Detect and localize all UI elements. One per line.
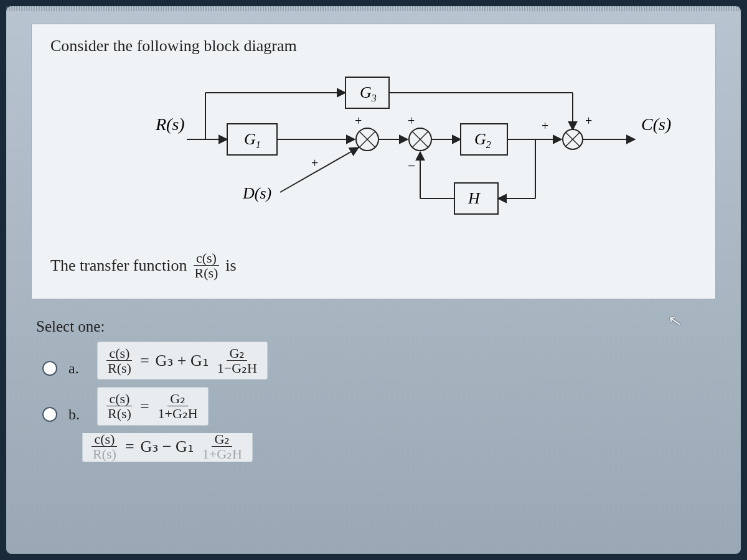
block-h-label: H bbox=[467, 189, 481, 207]
option-c-row: c(s) R(s) = G₃ − G₁ G₂ 1+G₂H bbox=[42, 433, 716, 462]
tf-fraction: c(s) R(s) bbox=[192, 251, 220, 280]
radio-option-b[interactable] bbox=[42, 407, 57, 422]
svg-text:+: + bbox=[408, 114, 415, 128]
transfer-function-question: The transfer function c(s) R(s) is bbox=[50, 251, 697, 280]
select-one-label: Select one: bbox=[36, 318, 716, 335]
tf-text-post: is bbox=[225, 256, 236, 275]
option-b-row: b. c(s) R(s) = G₂ 1+G₂H bbox=[42, 387, 716, 425]
option-a-letter: a. bbox=[68, 360, 86, 377]
option-b-formula: c(s) R(s) = G₂ 1+G₂H bbox=[97, 387, 209, 425]
screen-photo-frame: Consider the following block diagram R(s… bbox=[6, 6, 741, 554]
question-prompt: Consider the following block diagram bbox=[50, 37, 697, 55]
option-c-formula: c(s) R(s) = G₃ − G₁ G₂ 1+G₂H bbox=[82, 433, 253, 462]
disturbance-label: D(s) bbox=[242, 184, 271, 202]
svg-text:+: + bbox=[542, 119, 548, 133]
block-diagram: R(s) G1 G3 + + D(s) bbox=[50, 68, 697, 236]
svg-line-8 bbox=[280, 147, 359, 192]
option-b-letter: b. bbox=[68, 406, 86, 423]
sum1-bottom-sign: + bbox=[311, 156, 318, 170]
sum1-top-sign: + bbox=[355, 114, 362, 128]
output-label: C(s) bbox=[641, 114, 671, 134]
input-label: R(s) bbox=[155, 114, 185, 134]
radio-option-a[interactable] bbox=[42, 361, 57, 376]
option-a-row: a. c(s) R(s) = G₃ + G₁ G₂ 1−G₂H bbox=[42, 342, 716, 380]
tf-text-pre: The transfer function bbox=[50, 256, 187, 275]
option-a-formula: c(s) R(s) = G₃ + G₁ G₂ 1−G₂H bbox=[97, 342, 268, 380]
svg-text:−: − bbox=[408, 158, 415, 174]
svg-text:+: + bbox=[585, 114, 592, 128]
mouse-cursor-icon: ↖ bbox=[666, 310, 683, 331]
question-card: Consider the following block diagram R(s… bbox=[31, 24, 716, 299]
moiré-band bbox=[6, 6, 741, 11]
